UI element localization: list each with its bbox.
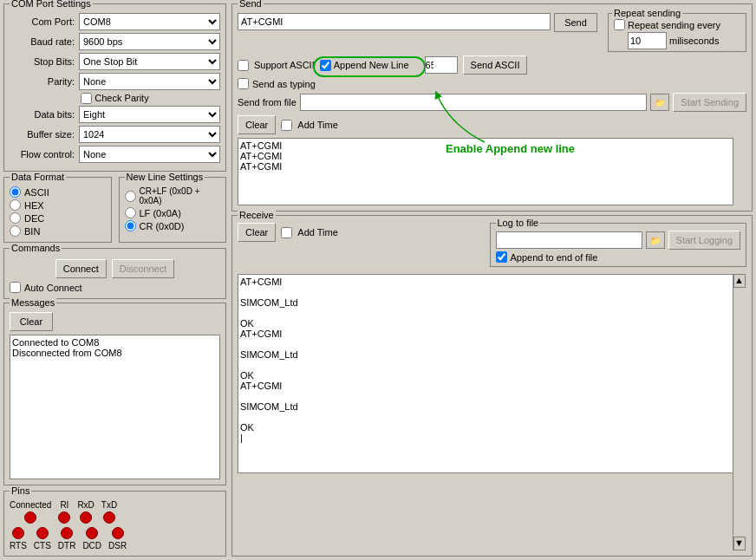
com-port-select[interactable]: COM8 [79,13,220,30]
rts-led [12,527,24,539]
add-time-receive-label: Add Time [297,227,337,238]
rxd-label: RxD [77,500,94,510]
repeat-ms-input[interactable] [628,32,667,49]
new-line-settings-group: New Line Settings CR+LF (0x0D + 0x0A) LF… [119,177,227,243]
ri-led [58,511,70,524]
start-logging-button[interactable]: Start Logging [668,231,740,250]
bin-label: BIN [24,226,40,237]
connected-led [24,511,36,524]
com-port-settings-group: COM Port Settings Com Port: COM8 Baud ra… [3,3,226,172]
pin-txd: TxD [101,500,117,524]
ascii-value-spinner[interactable] [425,56,458,74]
log-file-browse-button[interactable]: 📁 [646,231,665,249]
support-ascii-label: Support ASCII [254,60,315,70]
append-to-end-checkbox[interactable] [496,251,507,263]
repeat-ms-spinner[interactable] [628,32,667,49]
log-file-input[interactable] [496,231,642,249]
receive-log-5: OK [240,318,744,329]
rts-label: RTS [10,541,27,550]
com-port-settings-title: COM Port Settings [10,0,93,9]
txd-label: TxD [101,500,117,510]
support-ascii-checkbox[interactable] [238,60,249,71]
auto-connect-label: Auto Connect [24,283,82,293]
messages-area: Connected to COM8 Disconnected from COM8 [10,335,220,479]
disconnect-button[interactable]: Disconnect [112,259,174,278]
parity-label: Parity: [10,76,79,87]
receive-log-15: OK [240,422,744,433]
send-section: Send Send Repeat sending Repeat sending … [231,3,753,212]
txd-led [103,511,115,524]
pin-dsr: DSR [108,527,127,550]
pins-title: Pins [10,485,31,496]
cr-radio[interactable] [125,220,136,231]
com-port-label: Com Port: [10,16,79,27]
send-ascii-button[interactable]: Send ASCII [463,55,528,75]
pin-cts: CTS [34,527,51,550]
crlf-radio[interactable] [125,191,136,202]
receive-log-area: AT+CGMI SIMCOM_Ltd OK AT+CGMI SIMCOM_Ltd… [238,274,746,473]
start-sending-button[interactable]: Start Sending [673,93,746,112]
receive-log-1: AT+CGMI [240,277,744,287]
messages-group: Messages Clear Connected to COM8 Disconn… [3,303,226,485]
auto-connect-checkbox[interactable] [10,282,21,293]
dec-radio[interactable] [10,212,21,224]
send-log-line-3: AT+CGMI [240,161,744,172]
rxd-led [80,511,92,524]
parity-select[interactable]: None [79,73,220,90]
send-text-input[interactable] [238,13,551,30]
log-to-file-label: Log to file [496,218,541,228]
scroll-up-button[interactable]: ▲ [733,274,746,288]
pin-dcd: DCD [82,527,101,550]
commands-title: Commands [10,243,62,253]
append-new-line-checkbox[interactable] [320,60,331,71]
lf-radio[interactable] [125,207,136,218]
repeat-sending-checkbox[interactable] [614,19,625,30]
stop-bits-label: Stop Bits: [10,56,79,67]
receive-log-14 [240,412,744,422]
send-as-typing-checkbox[interactable] [238,78,249,89]
receive-clear-button[interactable]: Clear [238,223,276,242]
ascii-label: ASCII [24,187,49,198]
add-time-send-checkbox[interactable] [281,120,292,131]
send-file-input[interactable] [300,94,647,111]
dcd-led [86,527,98,539]
receive-scrollbar[interactable]: ▲ ▼ [733,274,746,550]
message-line-1: Connected to COM8 [12,337,218,348]
data-bits-select[interactable]: Eight [79,106,220,123]
add-time-receive-checkbox[interactable] [281,227,292,238]
receive-section: Receive Clear Add Time Log to file 📁 [231,215,753,557]
pin-dtr: DTR [58,527,76,550]
scroll-down-button[interactable]: ▼ [733,537,746,550]
connect-button[interactable]: Connect [55,259,107,278]
append-new-line-label: Append New Line [334,60,409,70]
repeat-every-label: Repeat sending every [628,20,720,30]
messages-title: Messages [10,297,56,308]
stop-bits-select[interactable]: One Stop Bit [79,53,220,70]
cr-label: CR (0x0D) [140,221,185,231]
receive-log-8: SIMCOM_Ltd [240,349,744,360]
buffer-size-select[interactable]: 1024 [79,126,220,143]
send-file-browse-button[interactable]: 📁 [650,94,669,111]
hex-radio[interactable] [10,199,21,211]
message-line-2: Disconnected from COM8 [12,348,218,358]
bin-radio[interactable] [10,225,21,237]
receive-title: Receive [238,210,276,220]
send-button[interactable]: Send [554,13,597,32]
baud-rate-select[interactable]: 9600 bps [79,33,220,50]
send-scrollbar[interactable] [733,138,746,205]
send-clear-button[interactable]: Clear [238,115,276,134]
ascii-radio[interactable] [10,186,21,198]
send-title: Send [238,0,264,9]
check-parity-checkbox[interactable] [81,93,92,104]
check-parity-label: Check Parity [94,93,148,104]
ascii-value-input[interactable] [425,56,458,74]
pin-rts: RTS [10,527,27,550]
receive-log-9 [240,360,744,370]
repeat-sending-title: Repeat sending [612,8,682,18]
ri-label: RI [60,500,68,510]
flow-control-select[interactable]: None [79,146,220,163]
pin-connected: Connected [10,500,51,524]
append-to-end-label: Append to end of file [511,252,598,263]
messages-clear-button[interactable]: Clear [10,312,53,331]
cts-label: CTS [34,541,51,550]
